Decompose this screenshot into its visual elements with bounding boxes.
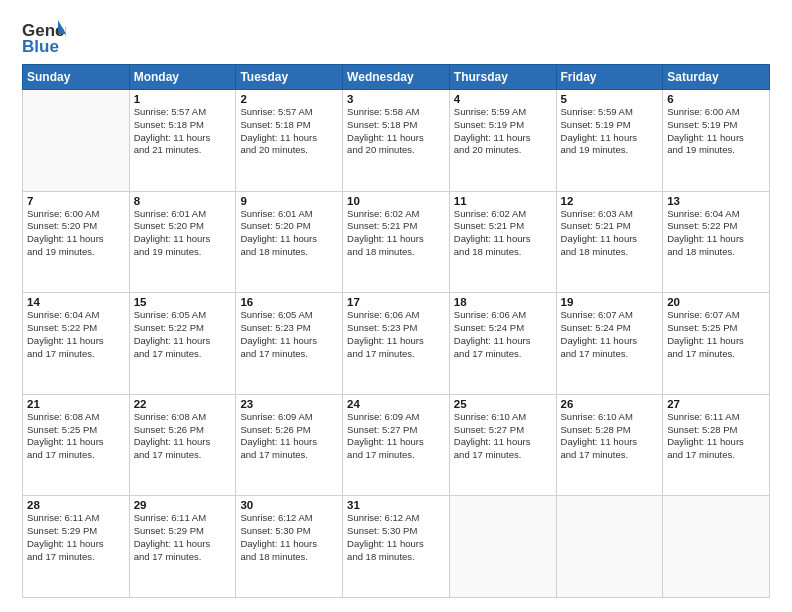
day-number: 16 xyxy=(240,296,338,308)
calendar-cell: 24Sunrise: 6:09 AM Sunset: 5:27 PM Dayli… xyxy=(343,394,450,496)
weekday-header-saturday: Saturday xyxy=(663,65,770,90)
day-number: 15 xyxy=(134,296,232,308)
week-row-3: 14Sunrise: 6:04 AM Sunset: 5:22 PM Dayli… xyxy=(23,293,770,395)
calendar-cell: 18Sunrise: 6:06 AM Sunset: 5:24 PM Dayli… xyxy=(449,293,556,395)
day-number: 3 xyxy=(347,93,445,105)
calendar-cell: 23Sunrise: 6:09 AM Sunset: 5:26 PM Dayli… xyxy=(236,394,343,496)
day-info: Sunrise: 5:59 AM Sunset: 5:19 PM Dayligh… xyxy=(454,106,552,157)
day-number: 10 xyxy=(347,195,445,207)
day-number: 28 xyxy=(27,499,125,511)
calendar-cell: 3Sunrise: 5:58 AM Sunset: 5:18 PM Daylig… xyxy=(343,90,450,192)
day-info: Sunrise: 6:09 AM Sunset: 5:27 PM Dayligh… xyxy=(347,411,445,462)
calendar-cell: 11Sunrise: 6:02 AM Sunset: 5:21 PM Dayli… xyxy=(449,191,556,293)
page: General Blue SundayMondayTuesdayWednesda… xyxy=(0,0,792,612)
day-number: 17 xyxy=(347,296,445,308)
calendar-cell: 13Sunrise: 6:04 AM Sunset: 5:22 PM Dayli… xyxy=(663,191,770,293)
day-number: 13 xyxy=(667,195,765,207)
calendar-cell: 5Sunrise: 5:59 AM Sunset: 5:19 PM Daylig… xyxy=(556,90,663,192)
header: General Blue xyxy=(22,18,770,56)
calendar-cell: 6Sunrise: 6:00 AM Sunset: 5:19 PM Daylig… xyxy=(663,90,770,192)
day-number: 5 xyxy=(561,93,659,105)
day-info: Sunrise: 5:59 AM Sunset: 5:19 PM Dayligh… xyxy=(561,106,659,157)
day-number: 18 xyxy=(454,296,552,308)
day-info: Sunrise: 6:05 AM Sunset: 5:22 PM Dayligh… xyxy=(134,309,232,360)
calendar-cell: 1Sunrise: 5:57 AM Sunset: 5:18 PM Daylig… xyxy=(129,90,236,192)
calendar-cell xyxy=(663,496,770,598)
day-number: 14 xyxy=(27,296,125,308)
calendar-cell xyxy=(556,496,663,598)
calendar-cell: 14Sunrise: 6:04 AM Sunset: 5:22 PM Dayli… xyxy=(23,293,130,395)
day-number: 30 xyxy=(240,499,338,511)
calendar-cell: 19Sunrise: 6:07 AM Sunset: 5:24 PM Dayli… xyxy=(556,293,663,395)
day-number: 21 xyxy=(27,398,125,410)
week-row-1: 1Sunrise: 5:57 AM Sunset: 5:18 PM Daylig… xyxy=(23,90,770,192)
calendar-cell: 31Sunrise: 6:12 AM Sunset: 5:30 PM Dayli… xyxy=(343,496,450,598)
day-number: 29 xyxy=(134,499,232,511)
calendar-cell: 29Sunrise: 6:11 AM Sunset: 5:29 PM Dayli… xyxy=(129,496,236,598)
day-info: Sunrise: 6:00 AM Sunset: 5:20 PM Dayligh… xyxy=(27,208,125,259)
day-number: 24 xyxy=(347,398,445,410)
day-info: Sunrise: 6:04 AM Sunset: 5:22 PM Dayligh… xyxy=(667,208,765,259)
day-number: 22 xyxy=(134,398,232,410)
calendar-cell: 9Sunrise: 6:01 AM Sunset: 5:20 PM Daylig… xyxy=(236,191,343,293)
calendar-cell: 25Sunrise: 6:10 AM Sunset: 5:27 PM Dayli… xyxy=(449,394,556,496)
calendar-cell: 30Sunrise: 6:12 AM Sunset: 5:30 PM Dayli… xyxy=(236,496,343,598)
day-number: 26 xyxy=(561,398,659,410)
day-number: 7 xyxy=(27,195,125,207)
weekday-header-tuesday: Tuesday xyxy=(236,65,343,90)
weekday-header-monday: Monday xyxy=(129,65,236,90)
day-info: Sunrise: 6:06 AM Sunset: 5:23 PM Dayligh… xyxy=(347,309,445,360)
day-info: Sunrise: 6:11 AM Sunset: 5:28 PM Dayligh… xyxy=(667,411,765,462)
day-info: Sunrise: 6:07 AM Sunset: 5:24 PM Dayligh… xyxy=(561,309,659,360)
weekday-header-friday: Friday xyxy=(556,65,663,90)
calendar-cell: 8Sunrise: 6:01 AM Sunset: 5:20 PM Daylig… xyxy=(129,191,236,293)
calendar-cell: 17Sunrise: 6:06 AM Sunset: 5:23 PM Dayli… xyxy=(343,293,450,395)
day-info: Sunrise: 6:10 AM Sunset: 5:27 PM Dayligh… xyxy=(454,411,552,462)
calendar-cell: 22Sunrise: 6:08 AM Sunset: 5:26 PM Dayli… xyxy=(129,394,236,496)
calendar-cell: 15Sunrise: 6:05 AM Sunset: 5:22 PM Dayli… xyxy=(129,293,236,395)
day-number: 25 xyxy=(454,398,552,410)
calendar-cell: 7Sunrise: 6:00 AM Sunset: 5:20 PM Daylig… xyxy=(23,191,130,293)
day-info: Sunrise: 6:06 AM Sunset: 5:24 PM Dayligh… xyxy=(454,309,552,360)
day-number: 27 xyxy=(667,398,765,410)
day-info: Sunrise: 5:57 AM Sunset: 5:18 PM Dayligh… xyxy=(240,106,338,157)
calendar-cell: 26Sunrise: 6:10 AM Sunset: 5:28 PM Dayli… xyxy=(556,394,663,496)
week-row-2: 7Sunrise: 6:00 AM Sunset: 5:20 PM Daylig… xyxy=(23,191,770,293)
calendar-cell: 2Sunrise: 5:57 AM Sunset: 5:18 PM Daylig… xyxy=(236,90,343,192)
weekday-header-wednesday: Wednesday xyxy=(343,65,450,90)
calendar-cell: 20Sunrise: 6:07 AM Sunset: 5:25 PM Dayli… xyxy=(663,293,770,395)
day-info: Sunrise: 6:01 AM Sunset: 5:20 PM Dayligh… xyxy=(240,208,338,259)
day-info: Sunrise: 6:07 AM Sunset: 5:25 PM Dayligh… xyxy=(667,309,765,360)
week-row-4: 21Sunrise: 6:08 AM Sunset: 5:25 PM Dayli… xyxy=(23,394,770,496)
day-number: 11 xyxy=(454,195,552,207)
calendar-cell xyxy=(449,496,556,598)
day-number: 1 xyxy=(134,93,232,105)
day-info: Sunrise: 6:08 AM Sunset: 5:26 PM Dayligh… xyxy=(134,411,232,462)
day-number: 20 xyxy=(667,296,765,308)
day-number: 2 xyxy=(240,93,338,105)
calendar-cell: 16Sunrise: 6:05 AM Sunset: 5:23 PM Dayli… xyxy=(236,293,343,395)
weekday-header-thursday: Thursday xyxy=(449,65,556,90)
day-number: 6 xyxy=(667,93,765,105)
day-info: Sunrise: 6:05 AM Sunset: 5:23 PM Dayligh… xyxy=(240,309,338,360)
day-number: 23 xyxy=(240,398,338,410)
day-info: Sunrise: 6:09 AM Sunset: 5:26 PM Dayligh… xyxy=(240,411,338,462)
day-number: 12 xyxy=(561,195,659,207)
day-info: Sunrise: 6:02 AM Sunset: 5:21 PM Dayligh… xyxy=(347,208,445,259)
day-info: Sunrise: 6:12 AM Sunset: 5:30 PM Dayligh… xyxy=(240,512,338,563)
calendar-table: SundayMondayTuesdayWednesdayThursdayFrid… xyxy=(22,64,770,598)
day-number: 8 xyxy=(134,195,232,207)
calendar-cell: 28Sunrise: 6:11 AM Sunset: 5:29 PM Dayli… xyxy=(23,496,130,598)
week-row-5: 28Sunrise: 6:11 AM Sunset: 5:29 PM Dayli… xyxy=(23,496,770,598)
logo-icon: General Blue xyxy=(22,18,66,56)
logo: General Blue xyxy=(22,18,70,56)
calendar-cell xyxy=(23,90,130,192)
day-info: Sunrise: 6:00 AM Sunset: 5:19 PM Dayligh… xyxy=(667,106,765,157)
day-info: Sunrise: 6:04 AM Sunset: 5:22 PM Dayligh… xyxy=(27,309,125,360)
day-info: Sunrise: 6:12 AM Sunset: 5:30 PM Dayligh… xyxy=(347,512,445,563)
svg-text:Blue: Blue xyxy=(22,37,59,56)
calendar-cell: 21Sunrise: 6:08 AM Sunset: 5:25 PM Dayli… xyxy=(23,394,130,496)
day-info: Sunrise: 6:02 AM Sunset: 5:21 PM Dayligh… xyxy=(454,208,552,259)
weekday-header-sunday: Sunday xyxy=(23,65,130,90)
day-info: Sunrise: 6:11 AM Sunset: 5:29 PM Dayligh… xyxy=(134,512,232,563)
